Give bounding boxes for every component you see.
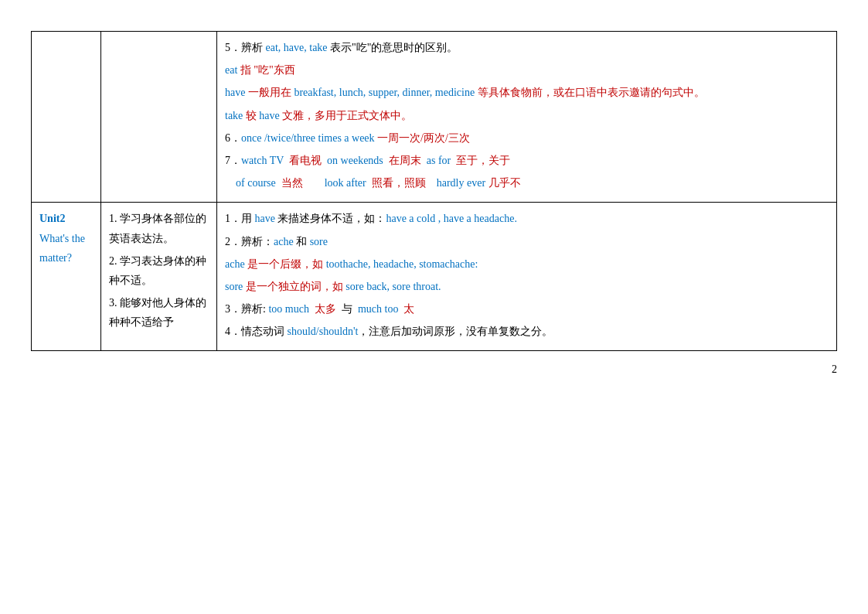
page-number: 2 — [31, 363, 837, 376]
content-line-5: 6．once /twice/three times a week 一周一次/两次… — [225, 128, 829, 148]
content-line-4: take 较 have 文雅，多用于正式文体中。 — [225, 106, 829, 125]
u2-content-4: sore 是一个独立的词，如 sore back, sore throat. — [225, 277, 829, 296]
u2-content-5: 3．辨析: too much 太多 与 much too 太 — [225, 299, 829, 319]
content-line-6: 7．watch TV 看电视 on weekends 在周末 as for 至于… — [225, 151, 829, 170]
main-table: 5．辨析 eat, have, take 表示"吃"的意思时的区别。 eat 指… — [31, 31, 837, 351]
cell-content-top: 5．辨析 eat, have, take 表示"吃"的意思时的区别。 eat 指… — [217, 32, 837, 203]
content-line-1: 5．辨析 eat, have, take 表示"吃"的意思时的区别。 — [225, 38, 829, 57]
content-line-7: of course 当然 look after 照看，照顾 hardly eve… — [225, 173, 829, 193]
unit2-sub: What's the matter? — [39, 229, 93, 268]
goal-3: 3. 能够对他人身体的种种不适给予 — [109, 293, 209, 332]
page-container: 5．辨析 eat, have, take 表示"吃"的意思时的区别。 eat 指… — [31, 15, 837, 391]
content-line-3: have 一般用在 breakfast, lunch, supper, dinn… — [225, 83, 829, 102]
goal-1: 1. 学习身体各部位的英语表达法。 — [109, 209, 209, 247]
u2-content-1: 1．用 have 来描述身体不适，如：have a cold , have a … — [225, 209, 829, 228]
table-row-top: 5．辨析 eat, have, take 表示"吃"的意思时的区别。 eat 指… — [32, 32, 837, 203]
cell-goals-top — [101, 32, 217, 203]
unit2-label: Unit2 — [39, 209, 93, 228]
u2-content-6: 4．情态动词 should/shouldn't，注意后加动词原形，没有单复数之分… — [225, 322, 829, 341]
cell-unit-unit2: Unit2 What's the matter? — [32, 203, 101, 351]
content-line-2: eat 指 "吃"东西 — [225, 60, 829, 80]
u2-content-3: ache 是一个后缀，如 toothache, headache, stomac… — [225, 254, 829, 274]
table-row-unit2: Unit2 What's the matter? 1. 学习身体各部位的英语表达… — [32, 203, 837, 351]
cell-unit-top — [32, 32, 101, 203]
goal-2: 2. 学习表达身体的种种不适。 — [109, 251, 209, 290]
u2-content-2: 2．辨析：ache 和 sore — [225, 232, 829, 251]
cell-goals-unit2: 1. 学习身体各部位的英语表达法。 2. 学习表达身体的种种不适。 3. 能够对… — [101, 203, 217, 351]
cell-content-unit2: 1．用 have 来描述身体不适，如：have a cold , have a … — [217, 203, 837, 351]
